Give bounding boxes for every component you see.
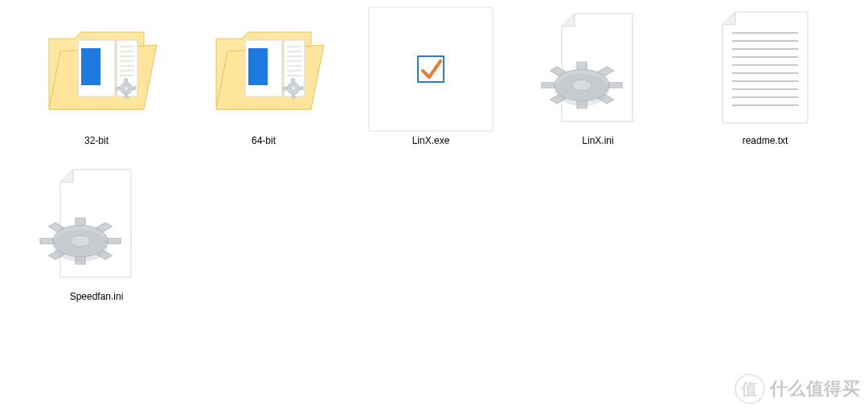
svg-point-75 xyxy=(53,230,108,262)
svg-rect-68 xyxy=(40,239,53,244)
exe-icon xyxy=(366,6,495,132)
item-label: LinX.exe xyxy=(412,135,450,146)
item-label: 64-bit xyxy=(252,135,276,146)
svg-rect-24 xyxy=(269,48,280,85)
folder-icon xyxy=(32,6,161,132)
svg-point-54 xyxy=(555,74,609,106)
item-label: Speedfan.ini xyxy=(70,291,124,302)
txt-item[interactable]: readme.txt xyxy=(685,6,845,159)
ini-icon xyxy=(534,6,662,132)
svg-rect-47 xyxy=(542,83,555,88)
exe-item[interactable]: LinX.exe xyxy=(350,6,511,159)
svg-rect-69 xyxy=(108,239,121,244)
folder-icon xyxy=(199,6,328,132)
svg-rect-23 xyxy=(248,48,268,85)
watermark-badge-icon: 值 xyxy=(735,374,765,404)
svg-rect-66 xyxy=(76,218,85,225)
item-label: 32-bit xyxy=(84,135,108,146)
svg-point-20 xyxy=(124,86,129,91)
ini-icon xyxy=(32,162,161,288)
item-label: LinX.ini xyxy=(582,135,613,146)
svg-rect-48 xyxy=(609,83,622,88)
svg-rect-2 xyxy=(81,48,100,85)
ini-item[interactable]: Speedfan.ini xyxy=(16,162,177,315)
watermark-text: 什么值得买 xyxy=(770,377,861,401)
txt-icon xyxy=(701,6,829,132)
svg-rect-45 xyxy=(577,62,587,69)
ini-item[interactable]: LinX.ini xyxy=(518,6,678,159)
folder-item[interactable]: 32-bit xyxy=(16,6,177,159)
svg-point-41 xyxy=(291,86,296,91)
folder-item[interactable]: 64-bit xyxy=(183,6,344,159)
watermark: 值 什么值得买 xyxy=(735,374,861,404)
file-grid: 32-bit xyxy=(0,0,868,325)
item-label: readme.txt xyxy=(743,135,788,146)
svg-rect-3 xyxy=(102,48,113,85)
